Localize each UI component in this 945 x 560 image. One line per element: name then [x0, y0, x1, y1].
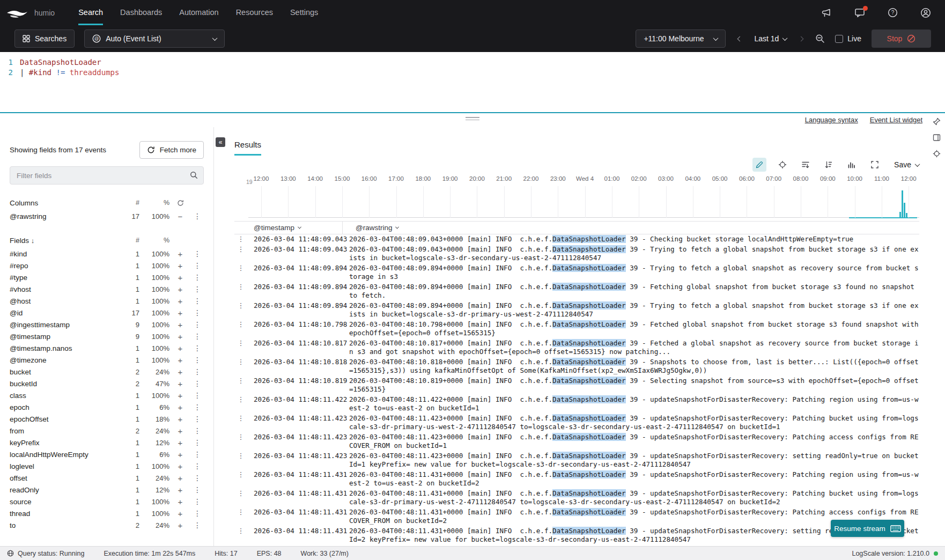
searches-button[interactable]: Searches	[14, 30, 75, 48]
language-syntax-link[interactable]: Language syntax	[805, 116, 858, 124]
sort-tool-button[interactable]	[822, 158, 836, 172]
row-menu-button[interactable]: ⋮	[234, 377, 247, 394]
field-menu-button[interactable]: ⋮	[191, 262, 204, 269]
field-menu-button[interactable]: ⋮	[191, 344, 204, 352]
field-name[interactable]: @timestamp.nanos	[10, 344, 118, 352]
row-menu-button[interactable]: ⋮	[234, 339, 247, 357]
add-column-button[interactable]: +	[169, 415, 191, 423]
row-menu-button[interactable]: ⋮	[234, 235, 247, 244]
timestamp-column-header[interactable]: @timestamp	[247, 224, 343, 232]
field-name[interactable]: readOnly	[10, 486, 118, 494]
chat-icon[interactable]	[854, 8, 865, 18]
query-line[interactable]: 2| #kind != threaddumps	[0, 68, 945, 78]
resize-handle[interactable]	[466, 117, 479, 122]
field-menu-button[interactable]: ⋮	[191, 274, 204, 281]
add-column-button[interactable]: +	[169, 274, 191, 282]
time-shift-back-button[interactable]	[736, 35, 744, 43]
field-name[interactable]: #type	[10, 274, 118, 282]
add-column-button[interactable]: +	[169, 474, 191, 482]
field-name[interactable]: epochOffset	[10, 415, 118, 423]
query-line[interactable]: 1DataSnapshotLoader	[0, 57, 945, 68]
field-menu-button[interactable]: ⋮	[191, 392, 204, 399]
nav-item-search[interactable]: Search	[78, 0, 103, 25]
resume-stream-button[interactable]: Resume stream	[831, 520, 904, 537]
add-column-button[interactable]: +	[169, 510, 191, 518]
add-column-button[interactable]: +	[169, 285, 191, 293]
field-name[interactable]: from	[10, 427, 118, 435]
row-menu-button[interactable]: ⋮	[234, 283, 247, 300]
log-row[interactable]: ⋮2026-03-04 11:48:11.4222026-03-04T00:48…	[234, 395, 919, 414]
field-menu-button[interactable]: ⋮	[191, 212, 204, 220]
nav-item-dashboards[interactable]: Dashboards	[120, 0, 162, 25]
field-name[interactable]: loglevel	[10, 462, 118, 470]
field-menu-button[interactable]: ⋮	[191, 333, 204, 340]
add-column-button[interactable]: +	[169, 250, 191, 258]
collapse-sidebar-button[interactable]: «	[216, 137, 225, 147]
timeline-bar[interactable]	[904, 203, 905, 217]
row-menu-button[interactable]: ⋮	[234, 358, 247, 375]
save-button[interactable]: Save	[894, 160, 919, 169]
timeline-bar[interactable]	[906, 213, 907, 217]
log-row[interactable]: ⋮2026-03-04 11:48:11.4232026-03-04T00:48…	[234, 451, 919, 470]
field-name[interactable]: epoch	[10, 403, 118, 411]
field-name[interactable]: bucket	[10, 368, 118, 376]
field-menu-button[interactable]: ⋮	[191, 368, 204, 375]
rawstring-column-header[interactable]: @rawstring	[349, 224, 919, 232]
add-column-button[interactable]: +	[169, 344, 191, 352]
add-column-button[interactable]: +	[169, 392, 191, 400]
log-row[interactable]: ⋮2026-03-04 11:48:11.4312026-03-04T00:48…	[234, 526, 919, 545]
field-menu-button[interactable]: ⋮	[191, 415, 204, 423]
tab-results[interactable]: Results	[234, 140, 261, 156]
field-name[interactable]: @rawstring	[10, 212, 118, 220]
timeline-bar[interactable]	[899, 212, 901, 217]
field-name[interactable]: class	[10, 392, 118, 400]
field-name[interactable]: @ingesttimestamp	[10, 321, 118, 329]
field-menu-button[interactable]: ⋮	[191, 250, 204, 257]
side-panel-icon[interactable]	[933, 134, 941, 142]
add-column-button[interactable]: +	[169, 297, 191, 305]
help-icon[interactable]: ?	[888, 8, 898, 18]
field-menu-button[interactable]: ⋮	[191, 380, 204, 387]
add-column-button[interactable]: +	[169, 368, 191, 376]
log-row[interactable]: ⋮2026-03-04 11:48:09.8942026-03-04T00:48…	[234, 301, 919, 320]
add-column-button[interactable]: +	[169, 403, 191, 411]
field-menu-button[interactable]: ⋮	[191, 439, 204, 446]
add-column-button[interactable]: +	[169, 309, 191, 317]
live-toggle[interactable]: Live	[835, 34, 861, 43]
fetch-more-button[interactable]: Fetch more	[139, 141, 204, 159]
log-row[interactable]: ⋮2026-03-04 11:48:10.8172026-03-04T00:48…	[234, 338, 919, 357]
log-row[interactable]: ⋮2026-03-04 11:48:10.7982026-03-04T00:48…	[234, 320, 919, 338]
field-menu-button[interactable]: ⋮	[191, 462, 204, 470]
add-column-button[interactable]: +	[169, 356, 191, 364]
add-column-button[interactable]: +	[169, 427, 191, 435]
log-row[interactable]: ⋮2026-03-04 11:48:09.8942026-03-04T00:48…	[234, 282, 919, 301]
view-selector[interactable]: @ Auto (Event List)	[84, 30, 225, 48]
field-name[interactable]: offset	[10, 474, 118, 482]
annotate-pencil-button[interactable]	[752, 158, 766, 172]
field-name[interactable]: #vhost	[10, 285, 118, 293]
zoom-out-icon[interactable]	[815, 34, 825, 43]
inspect-target-icon[interactable]	[933, 150, 941, 158]
log-row[interactable]: ⋮2026-03-04 11:48:09.8942026-03-04T00:48…	[234, 263, 919, 282]
add-column-button[interactable]: +	[169, 321, 191, 329]
time-shift-forward-button[interactable]	[797, 35, 805, 43]
add-column-button[interactable]: +	[169, 451, 191, 459]
field-name[interactable]: thread	[10, 510, 118, 518]
log-row[interactable]: ⋮2026-03-04 11:48:11.4312026-03-04T00:48…	[234, 489, 919, 507]
field-menu-button[interactable]: ⋮	[191, 427, 204, 434]
stop-button[interactable]: Stop	[872, 30, 931, 48]
timezone-selector[interactable]: +11:00 Melbourne	[636, 30, 726, 48]
field-name[interactable]: keyPrefix	[10, 439, 118, 447]
field-name[interactable]: source	[10, 498, 118, 506]
field-menu-button[interactable]: ⋮	[191, 321, 204, 328]
row-menu-button[interactable]: ⋮	[234, 470, 247, 488]
timeline[interactable]: 19	[234, 158, 919, 221]
field-menu-button[interactable]: ⋮	[191, 356, 204, 364]
time-range-selector[interactable]: Last 1d	[754, 34, 787, 43]
histogram-tool-button[interactable]	[845, 158, 859, 172]
row-menu-button[interactable]: ⋮	[234, 508, 247, 526]
log-row[interactable]: ⋮2026-03-04 11:48:10.8192026-03-04T00:48…	[234, 376, 919, 395]
field-menu-button[interactable]: ⋮	[191, 486, 204, 493]
nav-item-settings[interactable]: Settings	[290, 0, 318, 25]
query-editor[interactable]: 1DataSnapshotLoader2| #kind != threaddum…	[0, 52, 945, 113]
